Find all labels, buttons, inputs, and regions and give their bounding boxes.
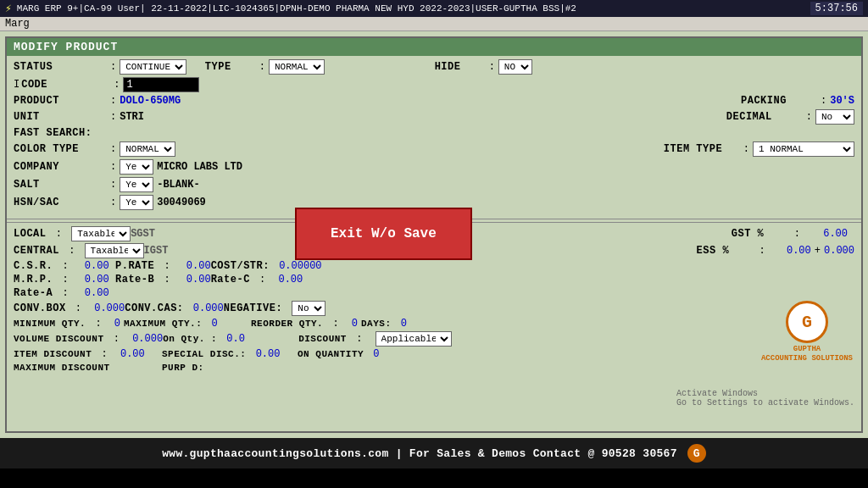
cess-plus: + <box>815 245 821 257</box>
window-title: MODIFY PRODUCT <box>7 38 861 56</box>
salt-row: SALT : Yes -BLANK- <box>14 177 854 192</box>
code-cursor: I <box>14 79 19 91</box>
special-disc-value: 0.00 <box>256 348 281 360</box>
rate-a-row: Rate-A : 0.00 <box>14 287 854 299</box>
conv-box-value: 0.000 <box>94 302 125 314</box>
salt-yes-select[interactable]: Yes <box>120 177 153 192</box>
min-qty-value: 0 <box>114 318 120 330</box>
central-select[interactable]: Taxable <box>85 243 144 258</box>
activate-text: Activate Windows <box>676 389 854 398</box>
discount-select[interactable]: Applicable <box>376 331 452 347</box>
type-select[interactable]: NORMAL <box>269 59 325 75</box>
sgst-label: SGST <box>131 228 155 240</box>
conv-cas-value: 0.000 <box>193 302 224 314</box>
exit-dialog-text: Exit W/o Save <box>331 226 437 241</box>
vol-disc-label: VOLUME DISCOUNT <box>14 334 104 344</box>
status-label: STATUS <box>14 61 107 73</box>
local-label: LOCAL <box>14 228 47 240</box>
footer-text: www.gupthaaccountingsolutions.com | For … <box>162 447 677 460</box>
color-type-label: COLOR TYPE <box>14 143 107 155</box>
company-label: COMPANY <box>14 161 107 173</box>
negative-select[interactable]: No <box>292 301 326 316</box>
rate-a-value: 0.00 <box>85 287 109 299</box>
vol-disc-value: 0.000 <box>132 333 163 345</box>
main-area: MODIFY PRODUCT STATUS : CONTINUE TYPE : … <box>0 31 868 438</box>
form-content: STATUS : CONTINUE TYPE : NORMAL HIDE : N… <box>7 56 861 216</box>
prate-label: P.RATE <box>115 260 154 272</box>
csr-row: C.S.R. : 0.00 P.RATE : 0.00 COST/STR: 0.… <box>14 260 854 272</box>
purp-label: PURP D: <box>162 363 204 373</box>
conv-box-label: CONV.BOX <box>14 302 66 314</box>
gst-pct-label: GST % <box>732 228 791 240</box>
exit-dialog[interactable]: Exit W/o Save <box>295 208 472 260</box>
code-row: I CODE : <box>14 77 854 92</box>
prate-value: 0.00 <box>186 260 211 272</box>
unit-value: STRI <box>120 111 144 123</box>
on-qty-value: 0.0 <box>226 333 245 345</box>
cess-value2: 0.000 <box>824 245 854 257</box>
activate-sub: Go to Settings to activate Windows. <box>676 398 854 408</box>
discount-label: DISCOUNT <box>298 334 347 344</box>
max-disc-row: MAXIMUM DISCOUNT PURP D: <box>14 362 854 374</box>
rate-c-value: 0.00 <box>278 274 303 286</box>
on-qty-label: On Qty. : <box>163 334 217 344</box>
salt-label: SALT <box>14 179 107 191</box>
csr-value: 0.00 <box>85 260 109 272</box>
status-row: STATUS : CONTINUE TYPE : NORMAL HIDE : N… <box>14 59 854 75</box>
unit-label: UNIT <box>14 111 107 123</box>
mrp-row: M.R.P. : 0.00 Rate-B : 0.00 Rate-C : 0.0… <box>14 274 854 286</box>
logo-circle: G <box>786 301 828 343</box>
rate-b-value: 0.00 <box>186 274 211 286</box>
app-icon: ⚡ <box>5 2 12 15</box>
code-label: CODE <box>21 79 110 91</box>
hide-label: HIDE <box>435 61 486 73</box>
hsn-yes-select[interactable]: Yes <box>120 195 153 210</box>
menu-bar: Marg <box>0 17 868 31</box>
color-type-select[interactable]: NORMAL <box>120 141 175 157</box>
fast-search-row: FAST SEARCH: <box>14 127 854 139</box>
packing-label: PACKING <box>741 95 817 107</box>
modify-product-box: MODIFY PRODUCT STATUS : CONTINUE TYPE : … <box>5 36 863 433</box>
item-disc-value: 0.00 <box>120 348 145 360</box>
central-label: CENTRAL <box>14 245 59 257</box>
item-type-select[interactable]: 1 NORMAL <box>753 141 854 157</box>
decimal-label: DECIMAL <box>726 111 803 123</box>
code-input[interactable] <box>123 77 199 92</box>
status-select[interactable]: CONTINUE <box>120 59 186 75</box>
company-yes-select[interactable]: Yes <box>120 159 153 175</box>
local-select[interactable]: Taxable <box>71 226 131 241</box>
logo-text: GUPTHA ACCOUNTING SOLUTIONS <box>761 345 853 363</box>
decimal-select[interactable]: No Yes <box>815 109 854 125</box>
company-value: MICRO LABS LTD <box>157 161 242 173</box>
time-display: 5:37:56 <box>810 2 863 15</box>
logo-name: GUPTHA <box>761 345 853 354</box>
packing-value: 30'S <box>830 95 854 107</box>
salt-value: -BLANK- <box>157 179 199 191</box>
hsn-label: HSN/SAC <box>14 197 107 208</box>
days-label: DAYS: <box>361 319 392 329</box>
item-type-label: ITEM TYPE <box>664 143 740 155</box>
cess-value1: 0.00 <box>769 245 811 257</box>
csr-label: C.S.R. <box>14 260 53 272</box>
min-qty-label: MINIMUM QTY. <box>14 319 86 329</box>
qty-row: MINIMUM QTY. : 0 MAXIMUM QTY.: 0 REORDER… <box>14 318 854 330</box>
fast-search-label: FAST SEARCH: <box>14 127 107 139</box>
cess-label: ESS % <box>697 245 756 257</box>
menu-marg[interactable]: Marg <box>5 18 30 30</box>
special-disc-label: SPECIAL DISC.: <box>162 349 246 359</box>
on-qty2-label: ON QUANTITY <box>298 349 364 359</box>
footer-logo: G <box>687 444 706 463</box>
mrp-label: M.R.P. <box>14 274 53 286</box>
title-bar: ⚡ MARG ERP 9+|CA-99 User| 22-11-2022|LIC… <box>0 0 868 17</box>
hide-select[interactable]: NO <box>498 59 532 75</box>
reorder-label: REORDER QTY. <box>251 319 323 329</box>
activate-overlay: Activate Windows Go to Settings to activ… <box>676 389 854 408</box>
item-disc-label: ITEM DISCOUNT <box>14 349 92 359</box>
logo-letter: G <box>802 313 812 332</box>
rate-a-label: Rate-A <box>14 287 53 299</box>
max-qty-value: 0 <box>212 318 218 330</box>
footer: www.gupthaaccountingsolutions.com | For … <box>0 438 868 469</box>
product-row: PRODUCT : DOLO-650MG PACKING : 30'S <box>14 95 854 107</box>
max-qty-label: MAXIMUM QTY.: <box>124 319 202 329</box>
hsn-value: 30049069 <box>157 197 206 208</box>
